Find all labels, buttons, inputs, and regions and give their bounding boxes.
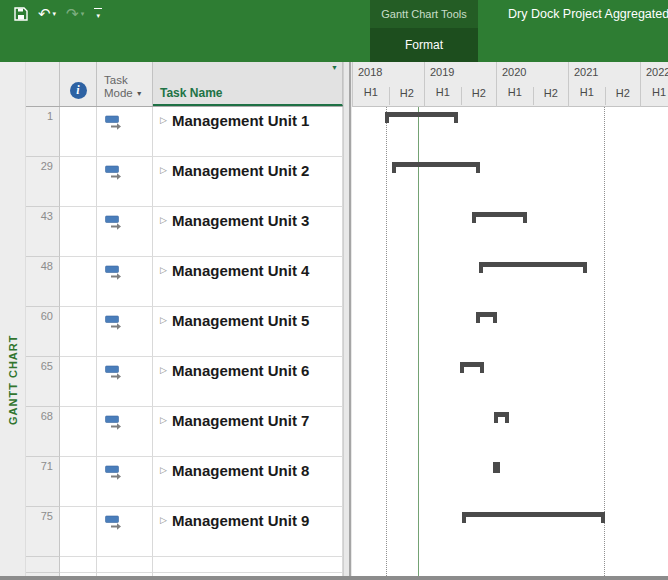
task-name-cell[interactable]: ▷Management Unit 7 [153, 407, 343, 457]
expand-arrow-icon[interactable]: ▷ [160, 165, 167, 175]
task-name-cell[interactable]: ▷Management Unit 9 [153, 507, 343, 557]
summary-task-bar[interactable] [392, 162, 480, 173]
timescale-half-label: H2 [461, 87, 497, 105]
filter-dropdown-icon[interactable]: ▼ [331, 62, 338, 98]
expand-arrow-icon[interactable]: ▷ [160, 315, 167, 325]
gantt-chart-view: GANTT CHART i Task Mode▼ Task Name ▼ 1▷M… [0, 62, 668, 576]
window-title: Dry Dock Project Aggregated - [508, 7, 668, 21]
expand-arrow-icon[interactable]: ▷ [160, 415, 167, 425]
summary-task-bar[interactable] [385, 112, 458, 123]
row-number-cell[interactable]: 68 [26, 407, 60, 457]
timescale-year-label: 2018 [353, 62, 424, 84]
task-name-cell[interactable] [153, 557, 343, 573]
row-number-cell[interactable]: 71 [26, 457, 60, 507]
row-number-cell[interactable] [26, 557, 60, 573]
floppy-disk-icon [14, 7, 28, 21]
undo-dropdown-icon[interactable]: ▾ [53, 10, 57, 18]
summary-task-bar[interactable] [460, 362, 484, 373]
gantt-chart-pane: 2018H1H22019H1H22020H1H22021H1H22022H1 [352, 62, 668, 576]
info-cell[interactable] [60, 207, 97, 257]
task-name-header-label: Task Name [160, 87, 222, 100]
task-mode-cell[interactable] [97, 257, 153, 307]
chevron-down-icon[interactable]: ▼ [136, 90, 143, 97]
timescale-half-label: H1 [497, 84, 533, 107]
timescale-halves: H1 [641, 84, 668, 107]
row-number-header[interactable] [26, 62, 60, 106]
row-number-cell[interactable]: 1 [26, 107, 60, 157]
info-cell[interactable] [60, 457, 97, 507]
task-mode-cell[interactable] [97, 157, 153, 207]
row-number-cell[interactable]: 75 [26, 507, 60, 557]
expand-arrow-icon[interactable]: ▷ [160, 365, 167, 375]
task-mode-column-header[interactable]: Task Mode▼ [97, 62, 153, 106]
row-number-cell[interactable]: 48 [26, 257, 60, 307]
gantt-chart-body[interactable] [352, 107, 668, 576]
task-name-text: Management Unit 4 [172, 262, 310, 279]
info-cell[interactable] [60, 407, 97, 457]
timescale-year-label: 2020 [497, 62, 568, 84]
summary-task-bar[interactable] [493, 462, 500, 473]
task-mode-cell[interactable] [97, 457, 153, 507]
view-bar[interactable]: GANTT CHART [0, 62, 26, 576]
info-cell[interactable] [60, 507, 97, 557]
timescale-year-label: 2022 [641, 62, 668, 84]
summary-task-bar[interactable] [472, 212, 527, 223]
save-icon[interactable] [14, 7, 28, 21]
table-row: 48▷Management Unit 4 [26, 257, 343, 307]
task-name-cell[interactable]: ▷Management Unit 1 [153, 107, 343, 157]
undo-button[interactable]: ↶ ▾ [38, 7, 56, 21]
table-chart-splitter[interactable] [343, 62, 352, 576]
title-bar: ↶ ▾ ↷ ▾ ▾ Dry Dock Project Aggregated - [0, 0, 668, 28]
info-cell[interactable] [60, 257, 97, 307]
info-cell[interactable] [60, 107, 97, 157]
info-cell[interactable] [60, 307, 97, 357]
info-cell[interactable] [60, 557, 97, 573]
task-mode-cell[interactable] [97, 107, 153, 157]
timescale-year-2020: 2020H1H2 [496, 62, 568, 107]
row-number-cell[interactable]: 29 [26, 157, 60, 207]
task-mode-cell[interactable] [97, 207, 153, 257]
task-name-cell[interactable]: ▷Management Unit 3 [153, 207, 343, 257]
task-mode-cell[interactable] [97, 357, 153, 407]
task-mode-cell[interactable] [97, 507, 153, 557]
timescale-year-label: 2021 [569, 62, 640, 84]
task-name-cell[interactable]: ▷Management Unit 5 [153, 307, 343, 357]
undo-icon: ↶ [38, 7, 51, 21]
task-name-text: Management Unit 5 [172, 312, 310, 329]
expand-arrow-icon[interactable]: ▷ [160, 115, 167, 125]
task-mode-cell[interactable] [97, 407, 153, 457]
task-name-cell[interactable]: ▷Management Unit 4 [153, 257, 343, 307]
task-mode-cell[interactable] [97, 557, 153, 573]
expand-arrow-icon[interactable]: ▷ [160, 215, 167, 225]
task-mode-icon [105, 215, 123, 230]
summary-task-bar[interactable] [462, 512, 605, 523]
task-name-cell[interactable]: ▷Management Unit 8 [153, 457, 343, 507]
timescale-half-label: H1 [569, 84, 605, 107]
table-row: 65▷Management Unit 6 [26, 357, 343, 407]
customize-qat-button[interactable]: ▾ [94, 8, 102, 20]
info-cell[interactable] [60, 157, 97, 207]
expand-arrow-icon[interactable]: ▷ [160, 265, 167, 275]
row-number-cell[interactable]: 60 [26, 307, 60, 357]
task-name-cell[interactable]: ▷Management Unit 2 [153, 157, 343, 207]
task-mode-cell[interactable] [97, 307, 153, 357]
info-cell[interactable] [60, 357, 97, 407]
summary-task-bar[interactable] [479, 262, 587, 273]
row-number-cell[interactable]: 65 [26, 357, 60, 407]
ribbon-tab-format[interactable]: Format [370, 28, 478, 62]
info-column-header[interactable]: i [60, 62, 97, 106]
task-table-body: 1▷Management Unit 129▷Management Unit 24… [26, 107, 343, 576]
task-name-cell[interactable]: ▷Management Unit 6 [153, 357, 343, 407]
expand-arrow-icon[interactable]: ▷ [160, 465, 167, 475]
chevron-down-icon: ▾ [96, 12, 100, 20]
timescale-halves: H1H2 [353, 84, 424, 107]
summary-task-bar[interactable] [476, 312, 497, 323]
summary-task-bar[interactable] [494, 412, 509, 423]
redo-button[interactable]: ↷ ▾ [66, 7, 84, 21]
task-name-column-header[interactable]: Task Name ▼ [153, 62, 343, 106]
table-row-empty [26, 557, 343, 573]
table-row: 75▷Management Unit 9 [26, 507, 343, 557]
contextual-group-label: Gantt Chart Tools [370, 0, 478, 28]
row-number-cell[interactable]: 43 [26, 207, 60, 257]
expand-arrow-icon[interactable]: ▷ [160, 515, 167, 525]
